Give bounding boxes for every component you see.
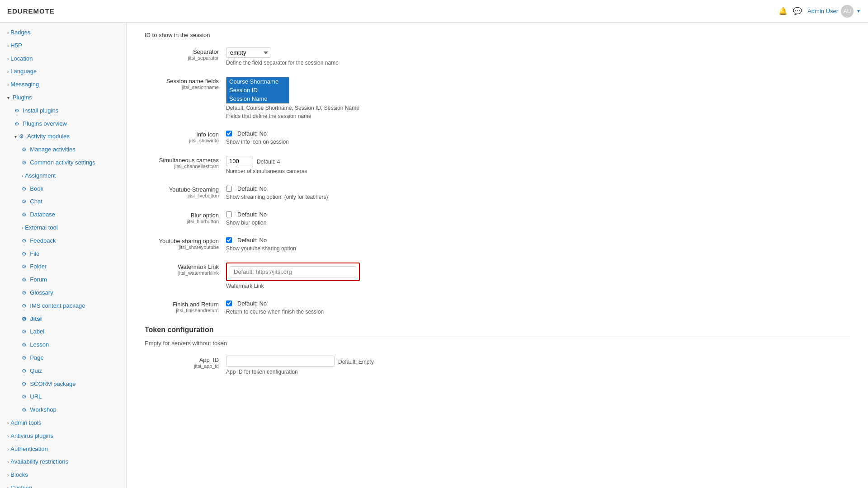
app-id-desc: App ID for token configuration xyxy=(226,369,850,375)
sidebar-item-h5p[interactable]: ›H5P xyxy=(0,39,126,52)
sidebar-item-workshop[interactable]: ⚙ Workshop xyxy=(0,404,126,417)
setting-row-watermark-link: Watermark Linkjitsi_watermarklinkWaterma… xyxy=(145,263,850,289)
sidebar-item-url[interactable]: ⚙ URL xyxy=(0,390,126,404)
user-chevron: ▼ xyxy=(856,9,861,14)
checkbox-finish-and-return[interactable] xyxy=(226,300,232,306)
gear-icon: ⚙ xyxy=(19,133,25,140)
setting-label-separator: Separator xyxy=(193,48,219,55)
sidebar-item-label: Messaging xyxy=(10,81,39,88)
sidebar-item-blocks[interactable]: ›Blocks xyxy=(0,469,126,482)
sidebar-item-folder[interactable]: ⚙ Folder xyxy=(0,260,126,273)
sidebar-item-label: Forum xyxy=(30,276,47,283)
sidebar-item-book[interactable]: ⚙ Book xyxy=(0,183,126,196)
checkbox-label-info-icon: Default: No xyxy=(237,130,267,137)
sidebar-item-chat[interactable]: ⚙ Chat xyxy=(0,195,126,208)
sidebar-item-availability-restrictions[interactable]: ›Availability restrictions xyxy=(0,455,126,469)
bell-icon[interactable]: 🔔 xyxy=(778,7,788,15)
sidebar-item-location[interactable]: ›Location xyxy=(0,52,126,66)
chevron-right-icon: › xyxy=(7,69,9,74)
checkbox-label-finish-and-return: Default: No xyxy=(237,300,267,307)
gear-icon: ⚙ xyxy=(22,303,28,309)
sidebar-item-label: Badges xyxy=(10,29,30,36)
sidebar-item-caching[interactable]: ›Caching xyxy=(0,482,126,488)
sidebar-item-label: Authentication xyxy=(10,446,47,452)
sidebar-item-assignment[interactable]: ›Assignment xyxy=(0,169,126,183)
setting-desc-separator: Define the field separator for the sessi… xyxy=(226,60,850,66)
setting-key-simultaneous-cameras: jitsi_channellastcam xyxy=(145,164,219,169)
sidebar-item-jitsi[interactable]: ⚙ Jitsi xyxy=(0,313,126,326)
checkbox-youtube-sharing[interactable] xyxy=(226,237,232,243)
sidebar-item-glossary[interactable]: ⚙ Glossary xyxy=(0,286,126,300)
sidebar-item-quiz[interactable]: ⚙ Quiz xyxy=(0,365,126,378)
sidebar-item-manage-activities[interactable]: ⚙ Manage activities xyxy=(0,143,126,156)
sidebar-item-label: Plugins overview xyxy=(23,120,67,127)
gear-icon: ⚙ xyxy=(22,186,28,192)
sidebar-item-label: Availability restrictions xyxy=(10,458,68,465)
sidebar-item-label: Assignment xyxy=(25,172,56,179)
chevron-right-icon: › xyxy=(7,82,9,87)
gear-icon: ⚙ xyxy=(22,368,28,374)
sidebar-item-badges[interactable]: ›Badges xyxy=(0,26,126,39)
user-menu[interactable]: Admin User AU ▼ xyxy=(807,5,861,18)
checkbox-blur-option[interactable] xyxy=(226,211,232,217)
sidebar-item-plugins-overview[interactable]: ⚙ Plugins overview xyxy=(0,117,126,131)
app-id-control: Default: Empty App ID for token configur… xyxy=(226,356,850,375)
default-text-simultaneous-cameras: Default: 4 xyxy=(257,159,280,165)
multiselect-session-name-fields[interactable]: Course ShortnameSession IDSession Name xyxy=(226,77,289,104)
sidebar-item-label: URL xyxy=(30,393,42,400)
gear-icon: ⚙ xyxy=(22,394,28,400)
sidebar-item-forum[interactable]: ⚙ Forum xyxy=(0,273,126,286)
sidebar-item-page[interactable]: ⚙ Page xyxy=(0,352,126,365)
chevron-right-icon: › xyxy=(22,174,23,178)
app-id-input[interactable] xyxy=(226,356,335,367)
app-logo: EDUREMOTE xyxy=(7,7,55,15)
sidebar-item-ims-content-package[interactable]: ⚙ IMS content package xyxy=(0,300,126,313)
sidebar-item-activity-modules[interactable]: ▾ ⚙ Activity modules xyxy=(0,130,126,143)
sidebar-item-label: Lesson xyxy=(30,341,49,348)
setting-row-youtube-streaming: Youtube Streamingjitsi_livebuttonDefault… xyxy=(145,185,850,200)
app-id-row: App_ID jitsi_app_id Default: Empty App I… xyxy=(145,356,850,375)
setting-label-finish-and-return: Finish and Return xyxy=(172,301,219,308)
default-text-session-name-fields: Default: Course Shortname, Session ID, S… xyxy=(226,105,850,111)
sidebar-item-label[interactable]: ⚙ Label xyxy=(0,325,126,338)
sidebar-item-messaging[interactable]: ›Messaging xyxy=(0,78,126,91)
sidebar-item-label: IMS content package xyxy=(30,302,85,309)
sidebar-item-admin-tools[interactable]: ›Admin tools xyxy=(0,417,126,430)
checkbox-label-blur-option: Default: No xyxy=(237,211,267,218)
checkbox-youtube-streaming[interactable] xyxy=(226,186,232,192)
setting-key-session-name-fields: jitsi_sesionname xyxy=(145,84,219,90)
sidebar-item-scorm-package[interactable]: ⚙ SCORM package xyxy=(0,378,126,391)
sidebar-item-feedback[interactable]: ⚙ Feedback xyxy=(0,235,126,248)
checkbox-info-icon[interactable] xyxy=(226,131,232,136)
sidebar-item-label: Chat xyxy=(30,198,42,205)
sidebar-item-plugins[interactable]: ▾ Plugins xyxy=(0,91,126,104)
sidebar-item-authentication[interactable]: ›Authentication xyxy=(0,443,126,456)
gear-icon: ⚙ xyxy=(22,238,28,244)
text-input-watermark-link[interactable] xyxy=(230,266,356,277)
chat-icon[interactable]: 💬 xyxy=(793,7,802,15)
number-input-simultaneous-cameras[interactable] xyxy=(226,156,253,166)
setting-row-finish-and-return: Finish and Returnjitsi_finishandreturnDe… xyxy=(145,300,850,315)
gear-icon: ⚙ xyxy=(22,251,28,257)
settings-container: Separatorjitsi_separatoremptydashundersc… xyxy=(145,47,850,315)
token-heading: Token configuration xyxy=(145,326,850,337)
sidebar-item-database[interactable]: ⚙ Database xyxy=(0,208,126,221)
sidebar-item-label: Manage activities xyxy=(30,146,75,153)
watermark-highlighted-row xyxy=(226,263,360,281)
setting-desc-blur-option: Show blur option xyxy=(226,220,850,226)
sidebar-item-file[interactable]: ⚙ File xyxy=(0,248,126,261)
sidebar-item-common-activity-settings[interactable]: ⚙ Common activity settings xyxy=(0,156,126,169)
select-separator[interactable]: emptydashunderscorespace xyxy=(226,47,271,58)
sidebar-item-external-tool[interactable]: ›External tool xyxy=(0,221,126,235)
sidebar-item-language[interactable]: ›Language xyxy=(0,65,126,78)
gear-icon: ⚙ xyxy=(22,290,28,296)
sidebar-item-antivirus-plugins[interactable]: ›Antivirus plugins xyxy=(0,430,126,443)
sidebar-item-label: File xyxy=(30,250,39,257)
sidebar-item-install-plugins[interactable]: ⚙ Install plugins xyxy=(0,104,126,117)
chevron-right-icon: › xyxy=(7,486,9,488)
sidebar-item-lesson[interactable]: ⚙ Lesson xyxy=(0,338,126,352)
sidebar-item-label: Quiz xyxy=(30,367,42,374)
chevron-right-icon: › xyxy=(7,56,9,61)
gear-icon: ⚙ xyxy=(14,121,21,127)
app-id-key: jitsi_app_id xyxy=(145,363,219,369)
